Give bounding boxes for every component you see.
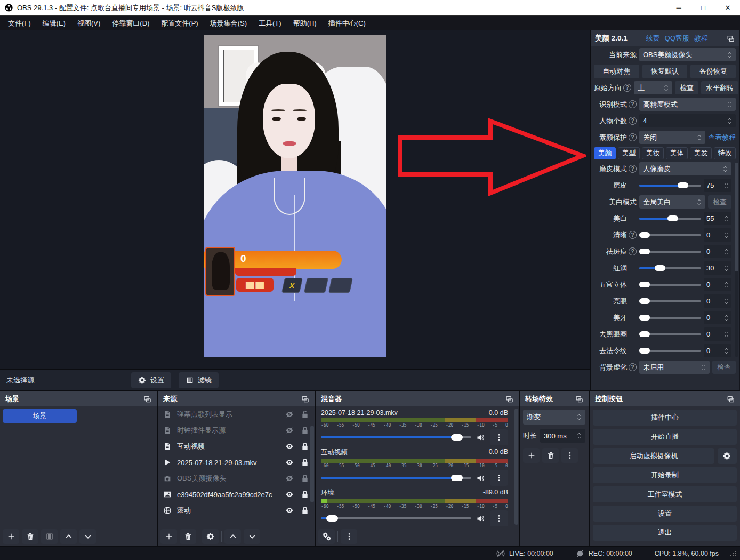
volume-slider[interactable] bbox=[321, 436, 471, 438]
help-icon[interactable]: ? bbox=[629, 247, 637, 255]
source-row[interactable]: 互动视频 bbox=[158, 438, 315, 454]
mixer-scrollbar[interactable] bbox=[514, 409, 518, 525]
source-filters-button[interactable]: 滤镜 bbox=[179, 372, 219, 388]
current-source-dropdown[interactable]: OBS美颜摄像头 bbox=[639, 48, 736, 61]
menu-help[interactable]: 帮助(H) bbox=[287, 16, 323, 30]
slider-value[interactable]: 0 bbox=[704, 278, 731, 291]
help-icon[interactable]: ? bbox=[629, 231, 637, 239]
speaker-icon[interactable] bbox=[476, 433, 485, 442]
bokeh-dropdown[interactable]: 未启用 bbox=[639, 361, 710, 374]
source-down-button[interactable] bbox=[244, 529, 260, 544]
menu-file[interactable]: 文件(F) bbox=[2, 16, 37, 30]
eye-slash-icon[interactable] bbox=[285, 426, 294, 435]
tab-makeup[interactable]: 美妆 bbox=[642, 147, 664, 159]
menu-profile[interactable]: 配置文件(P) bbox=[155, 16, 204, 30]
menu-edit[interactable]: 编辑(E) bbox=[37, 16, 71, 30]
eye-icon[interactable] bbox=[285, 442, 294, 451]
tab-hair[interactable]: 美发 bbox=[690, 147, 712, 159]
teeth-slider[interactable] bbox=[639, 317, 701, 319]
source-settings-button[interactable]: 设置 bbox=[131, 372, 171, 388]
tab-beauty[interactable]: 美颜 bbox=[594, 147, 616, 159]
start-recording-button[interactable]: 开始录制 bbox=[593, 467, 737, 483]
lock-icon[interactable] bbox=[301, 490, 309, 499]
tab-reshape[interactable]: 美型 bbox=[618, 147, 640, 159]
add-source-button[interactable] bbox=[160, 529, 177, 544]
whiten-check-button[interactable]: 检查 bbox=[708, 195, 731, 209]
source-row[interactable]: 弹幕点歌列表显示 bbox=[158, 406, 315, 422]
eye-slash-icon[interactable] bbox=[285, 410, 294, 419]
autofocus-button[interactable]: 自动对焦 bbox=[594, 65, 639, 78]
exit-button[interactable]: 退出 bbox=[593, 525, 737, 541]
help-icon[interactable]: ? bbox=[629, 100, 637, 108]
menu-tools[interactable]: 工具(T) bbox=[253, 16, 287, 30]
eye-icon[interactable] bbox=[285, 506, 294, 515]
qq-support-link[interactable]: QQ客服 bbox=[665, 34, 689, 43]
slider-value[interactable]: 0 bbox=[704, 245, 731, 258]
horizontal-flip-button[interactable]: 水平翻转 bbox=[701, 81, 738, 94]
smooth-slider[interactable] bbox=[639, 185, 701, 187]
help-icon[interactable]: ? bbox=[629, 363, 637, 371]
recognition-mode-dropdown[interactable]: 高精度模式 bbox=[639, 98, 736, 111]
help-icon[interactable]: ? bbox=[629, 117, 637, 125]
remove-transition-button[interactable] bbox=[542, 448, 559, 463]
lock-icon[interactable] bbox=[301, 442, 309, 451]
scene-down-button[interactable] bbox=[79, 529, 96, 544]
lock-icon[interactable] bbox=[301, 458, 309, 467]
slider-value[interactable]: 0 bbox=[704, 327, 731, 341]
help-icon[interactable]: ? bbox=[629, 133, 637, 141]
mixer-menu-button[interactable] bbox=[341, 529, 357, 544]
slider-value[interactable]: 0 bbox=[704, 344, 731, 357]
slider-value[interactable]: 0 bbox=[704, 228, 731, 242]
source-row[interactable]: e394502df49aa5fc2a99cd2e7c bbox=[158, 486, 315, 502]
settings-button[interactable]: 设置 bbox=[593, 506, 737, 522]
popout-icon[interactable] bbox=[727, 395, 735, 403]
preview-canvas[interactable]: 0 ██ ██ X bbox=[0, 30, 590, 369]
plugin-center-button[interactable]: 插件中心 bbox=[593, 410, 737, 426]
maximize-button[interactable]: □ bbox=[691, 0, 715, 15]
menu-docks[interactable]: 停靠窗口(D) bbox=[106, 16, 155, 30]
lock-icon[interactable] bbox=[301, 506, 309, 515]
volume-slider[interactable] bbox=[321, 477, 471, 479]
rosy-slider[interactable] bbox=[639, 267, 701, 269]
start-streaming-button[interactable]: 开始直播 bbox=[593, 429, 737, 445]
renew-link[interactable]: 续费 bbox=[646, 34, 660, 43]
add-scene-button[interactable] bbox=[3, 529, 19, 544]
slider-value[interactable]: 0 bbox=[704, 311, 731, 324]
makeup-protect-dropdown[interactable]: 关闭 bbox=[639, 131, 705, 144]
sources-scrollbar[interactable] bbox=[310, 426, 314, 522]
remove-source-button[interactable] bbox=[180, 529, 196, 544]
minimize-button[interactable]: ─ bbox=[666, 0, 691, 15]
tutorial-link[interactable]: 教程 bbox=[694, 34, 708, 43]
contour-slider[interactable] bbox=[639, 284, 701, 286]
speaker-icon[interactable] bbox=[476, 514, 485, 523]
blemish-slider[interactable] bbox=[639, 251, 701, 253]
backup-restore-button[interactable]: 备份恢复 bbox=[690, 65, 736, 78]
orientation-dropdown[interactable]: 上 bbox=[634, 81, 672, 94]
restore-default-button[interactable]: 恢复默认 bbox=[642, 65, 688, 78]
eye-icon[interactable] bbox=[285, 490, 294, 499]
menu-scene-collection[interactable]: 场景集合(S) bbox=[204, 16, 253, 30]
slider-value[interactable]: 75 bbox=[704, 179, 731, 192]
scene-filters-button[interactable] bbox=[41, 529, 58, 544]
lock-open-icon[interactable] bbox=[301, 410, 309, 419]
tab-effects[interactable]: 特效 bbox=[714, 147, 736, 159]
eye-icon[interactable] bbox=[285, 458, 294, 467]
slider-value[interactable]: 0 bbox=[704, 294, 731, 308]
beauty-scrollbar[interactable] bbox=[735, 163, 738, 357]
nasolabial-slider[interactable] bbox=[639, 350, 701, 352]
scene-list-item[interactable]: 场景 bbox=[3, 409, 77, 423]
whiten-slider[interactable] bbox=[639, 218, 701, 220]
source-properties-button[interactable] bbox=[202, 529, 219, 544]
view-tutorial-link[interactable]: 查看教程 bbox=[708, 133, 736, 142]
source-up-button[interactable] bbox=[224, 529, 241, 544]
slider-value[interactable]: 55 bbox=[704, 212, 731, 225]
speaker-icon[interactable] bbox=[476, 474, 485, 483]
transition-type-dropdown[interactable]: 渐变 bbox=[523, 410, 585, 425]
popout-icon[interactable] bbox=[727, 35, 735, 43]
source-row[interactable]: OBS美颜摄像头 bbox=[158, 470, 315, 486]
popout-icon[interactable] bbox=[143, 395, 151, 403]
transition-menu-button[interactable] bbox=[561, 448, 578, 463]
help-icon[interactable]: ? bbox=[629, 165, 637, 173]
bokeh-check-button[interactable]: 检查 bbox=[712, 361, 736, 374]
volume-slider[interactable] bbox=[321, 517, 471, 519]
